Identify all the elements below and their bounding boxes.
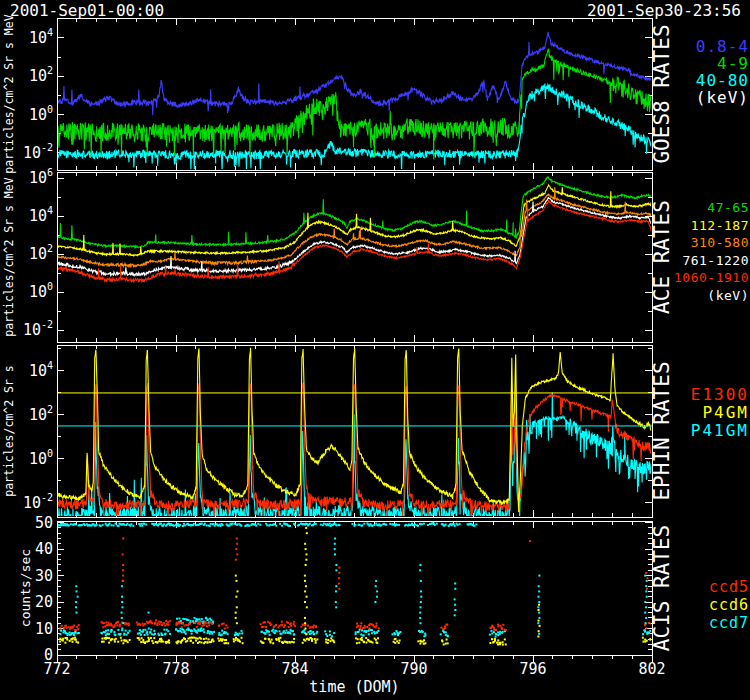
y-tick-label: 104 xyxy=(29,205,53,225)
panel-ephin: 10-2100102104EPHIN RATESparticles/cm^2 S… xyxy=(2,345,749,541)
x-axis-label: time (DOM) xyxy=(57,678,652,696)
y-tick-label: 20 xyxy=(35,593,53,611)
legend-label-E1300: E1300 xyxy=(691,385,749,404)
panel-right-title: GOES8 RATES xyxy=(650,24,674,163)
legend-label--keV-: (keV) xyxy=(707,288,749,303)
y-tick-label: 104 xyxy=(29,360,53,380)
series-310-580 xyxy=(57,187,652,267)
y-tick-label: 10 xyxy=(35,620,53,638)
y-axis-title: counts/sec xyxy=(18,549,33,627)
x-tick-label: 778 xyxy=(162,660,189,678)
legend-label-P4GM: P4GM xyxy=(702,403,749,422)
end-timestamp: 2001-Sep30-23:56 xyxy=(587,1,741,20)
panel-ace: 10-2100102104106ACE RATESparticles/cm^2 … xyxy=(2,167,749,342)
chart-canvas: 10-2100102104GOES8 RATESparticles/cm^2 S… xyxy=(0,0,750,700)
legend-label-ccd7: ccd7 xyxy=(709,614,749,632)
y-axis-title: particles/cm^2 Sr s MeV xyxy=(2,14,16,173)
y-tick-label: 102 xyxy=(29,243,53,263)
legend-label-47-65: 47-65 xyxy=(707,200,749,215)
panel-right-title: ACE RATES xyxy=(650,200,674,314)
legend-label-P41GM: P41GM xyxy=(691,421,749,440)
panel-right-title: ACIS RATES xyxy=(650,525,674,651)
y-tick-label: 10-2 xyxy=(23,142,53,162)
y-tick-label: 102 xyxy=(29,404,53,424)
legend-label-ccd6: ccd6 xyxy=(709,596,749,614)
y-tick-label: 102 xyxy=(29,65,53,85)
legend-label-1060-1910: 1060-1910 xyxy=(674,270,749,285)
series-1060-1910 xyxy=(57,200,652,282)
y-tick-label: 100 xyxy=(29,281,53,301)
y-tick-label: 104 xyxy=(29,27,53,47)
legend-label-112-187: 112-187 xyxy=(691,218,749,233)
y-tick-label: 30 xyxy=(35,567,53,585)
y-axis-title: particles/cm^2 Sr s MeV xyxy=(2,177,16,336)
legend-label-ccd5: ccd5 xyxy=(709,578,749,596)
series-47-65 xyxy=(57,176,652,247)
y-tick-label: 100 xyxy=(29,104,53,124)
legend-label-761-1220: 761-1220 xyxy=(682,253,749,268)
radiation-monitor-screen: 10-2100102104GOES8 RATESparticles/cm^2 S… xyxy=(0,0,750,700)
y-tick-label: 50 xyxy=(35,514,53,532)
x-tick-label: 784 xyxy=(281,660,308,678)
y-tick-label: 100 xyxy=(29,448,53,468)
y-tick-label: 40 xyxy=(35,540,53,558)
legend-label-310-580: 310-580 xyxy=(691,235,749,250)
y-axis-title: particles/cm^2 Sr s xyxy=(2,365,16,497)
panel-goes8: 10-2100102104GOES8 RATESparticles/cm^2 S… xyxy=(2,14,749,173)
y-tick-label: 106 xyxy=(29,167,53,187)
legend-label--keV-: (keV) xyxy=(696,88,749,107)
start-timestamp: 2001-Sep01-00:00 xyxy=(10,1,164,20)
x-tick-label: 796 xyxy=(519,660,546,678)
x-tick-label: 802 xyxy=(638,660,665,678)
panel-acis: 01020304050ACIS RATEScounts/secccd5ccd6c… xyxy=(18,514,749,664)
y-tick-label: 10-2 xyxy=(23,319,53,339)
y-tick-label: 10-2 xyxy=(23,492,53,512)
x-tick-label: 790 xyxy=(400,660,427,678)
panel-right-title: EPHIN RATES xyxy=(650,361,674,500)
x-tick-label: 772 xyxy=(43,660,70,678)
